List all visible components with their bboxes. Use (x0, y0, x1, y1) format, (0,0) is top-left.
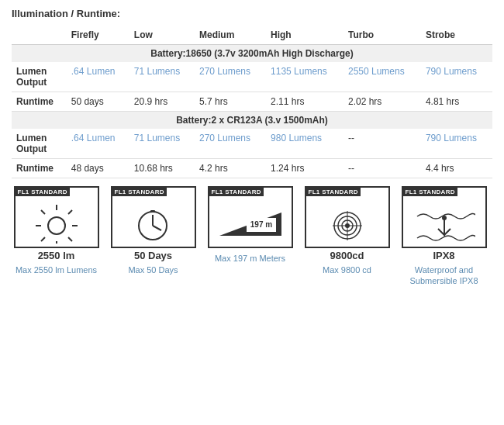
candela-value: 9800cd (330, 250, 364, 261)
fl1-badge-candela: FL1 STANDARD (306, 188, 361, 196)
runtime-svg-icon (128, 201, 178, 244)
col-header-0 (12, 26, 67, 45)
candela-svg-icon (320, 201, 375, 244)
battery2-label: Battery:2 x CR123A (3.v 1500mAh) (12, 112, 492, 130)
waterproof-value: IPX8 (433, 250, 454, 261)
runtime-icon-box: FL1 STANDARD (111, 186, 196, 248)
b2-lumen-medium: 270 Lumens (195, 129, 266, 159)
col-header-firefly: Firefly (67, 26, 129, 45)
svg-line-5 (41, 210, 45, 214)
candela-label: Max 9800 cd (323, 264, 371, 275)
b2-runtime-low: 10.68 hrs (129, 159, 195, 178)
b2-runtime-strobe: 4.4 hrs (421, 159, 492, 178)
b1-lumen-firefly: .64 Lumen (67, 62, 129, 92)
b2-runtime-high: 1.24 hrs (266, 159, 343, 178)
lumens-value: 2550 lm (38, 250, 75, 261)
candela-icon-box: FL1 STANDARD (305, 186, 390, 248)
b2-lumen-low: 71 Lumens (129, 129, 195, 159)
lumens-label: Max 2550 lm Lumens (16, 264, 97, 275)
col-header-medium: Medium (195, 26, 266, 45)
b1-lumen-medium: 270 Lumens (195, 62, 266, 92)
b1-runtime-turbo: 2.02 hrs (343, 92, 421, 112)
svg-rect-12 (150, 210, 155, 212)
battery1-lumen-row: LumenOutput .64 Lumen 71 Lumens 270 Lume… (12, 62, 492, 92)
runtime-value: 50 Days (134, 250, 172, 261)
battery2-header-row: Battery:2 x CR123A (3.v 1500mAh) (12, 112, 492, 130)
fl1-badge-runtime: FL1 STANDARD (112, 188, 167, 196)
b2-lumen-turbo: -- (343, 129, 421, 159)
svg-point-0 (48, 217, 65, 234)
runtime-label: Max 50 Days (128, 264, 178, 275)
svg-point-22 (442, 216, 447, 220)
distance-label: Max 197 m Meters (215, 253, 285, 264)
b1-runtime-medium: 5.7 hrs (195, 92, 266, 112)
svg-text:197 m: 197 m (250, 220, 271, 229)
lumens-icon-card: FL1 STANDARD 2550 lm Max 2550 lm Lumens (12, 186, 101, 287)
lumens-svg-icon (29, 201, 84, 244)
runtime-icon-card: FL1 STANDARD 50 Days Max 50 Days (109, 186, 198, 287)
b1-lumen-strobe: 790 Lumens (421, 62, 492, 92)
distance-icon-box: FL1 STANDARD 197 m (208, 186, 293, 248)
fl1-badge-distance: FL1 STANDARD (209, 188, 264, 196)
runtime-label: Runtime (12, 92, 67, 112)
b2-lumen-strobe: 790 Lumens (421, 129, 492, 159)
lumens-icon-box: FL1 STANDARD (14, 186, 99, 248)
b1-runtime-low: 20.9 hrs (129, 92, 195, 112)
col-header-turbo: Turbo (343, 26, 421, 45)
waterproof-icon-box: FL1 STANDARD (402, 186, 487, 248)
battery2-runtime-row: Runtime 48 days 10.68 hrs 4.2 hrs 1.24 h… (12, 159, 492, 178)
fl1-badge-waterproof: FL1 STANDARD (403, 188, 457, 196)
lumen-label: LumenOutput (12, 62, 67, 92)
svg-line-11 (153, 226, 161, 230)
waterproof-icon-card: FL1 STANDARD IPX8 Waterproof and Submers… (399, 186, 488, 287)
battery1-header-row: Battery:18650 (3.7v 3200mAh High Dischar… (12, 45, 492, 63)
svg-line-8 (41, 237, 45, 241)
b2-runtime-medium: 4.2 hrs (195, 159, 266, 178)
b1-runtime-strobe: 4.81 hrs (421, 92, 492, 112)
battery1-runtime-row: Runtime 50 days 20.9 hrs 5.7 hrs 2.11 hr… (12, 92, 492, 112)
b1-lumen-low: 71 Lumens (129, 62, 195, 92)
fl1-badge-lumens: FL1 STANDARD (16, 188, 70, 196)
b1-runtime-high: 2.11 hrs (266, 92, 343, 112)
candela-icon-card: FL1 STANDARD 9800cd Max 9800 cd (302, 186, 392, 287)
icons-section: FL1 STANDARD 2550 lm Max 2550 lm Lumens … (12, 186, 492, 287)
section-title: Illumination / Runtime: (12, 8, 492, 19)
distance-svg-icon: 197 m (216, 201, 285, 244)
b2-lumen-firefly: .64 Lumen (67, 129, 129, 159)
svg-line-7 (68, 210, 72, 214)
runtime-label-2: Runtime (12, 159, 67, 178)
b1-lumen-high: 1135 Lumens (266, 62, 343, 92)
b1-lumen-turbo: 2550 Lumens (343, 62, 421, 92)
lumen-label-2: LumenOutput (12, 129, 67, 159)
b2-runtime-turbo: -- (343, 159, 421, 178)
waterproof-svg-icon (413, 201, 475, 244)
col-header-low: Low (129, 26, 195, 45)
svg-line-6 (68, 237, 72, 241)
distance-icon-card: FL1 STANDARD 197 m Max 197 m Meters (205, 186, 295, 287)
b2-runtime-firefly: 48 days (67, 159, 129, 178)
col-header-high: High (266, 26, 343, 45)
col-header-strobe: Strobe (421, 26, 492, 45)
illumination-table: Firefly Low Medium High Turbo Strobe Bat… (12, 26, 492, 178)
battery2-lumen-row: LumenOutput .64 Lumen 71 Lumens 270 Lume… (12, 129, 492, 159)
battery1-label: Battery:18650 (3.7v 3200mAh High Dischar… (12, 45, 492, 63)
b2-lumen-high: 980 Lumens (266, 129, 343, 159)
b1-runtime-firefly: 50 days (67, 92, 129, 112)
waterproof-label: Waterproof and Submersible IPX8 (399, 264, 488, 287)
